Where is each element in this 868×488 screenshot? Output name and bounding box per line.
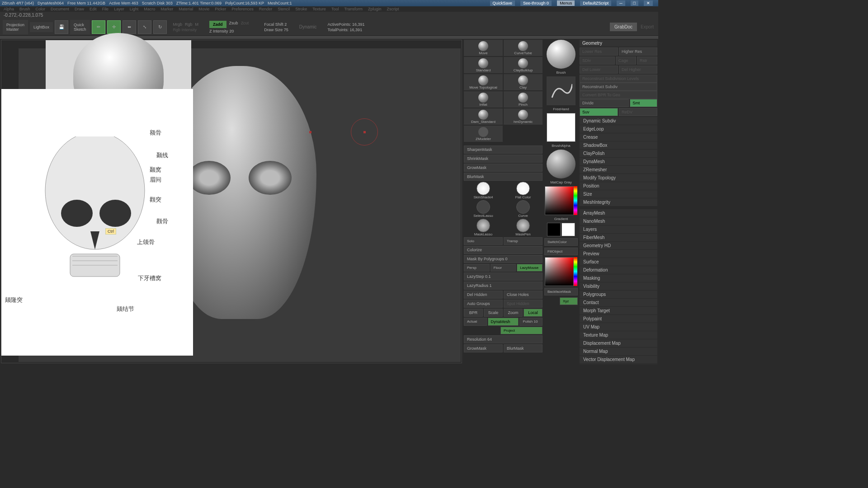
section-surface[interactable]: Surface — [580, 258, 657, 266]
smt-toggle[interactable]: Smt — [630, 99, 657, 107]
scale-mode-button[interactable]: ⤡ — [138, 20, 151, 34]
scale-button[interactable]: Scale — [484, 309, 503, 317]
project-toggle[interactable]: Project — [500, 327, 542, 334]
rotate-mode-button[interactable]: ↻ — [153, 20, 167, 34]
menu-render[interactable]: Render — [259, 7, 273, 11]
stroke-preview[interactable] — [547, 76, 576, 105]
hue-slider[interactable] — [574, 186, 577, 215]
brush-hmdynamic[interactable]: hmDynamic — [504, 108, 542, 125]
bpr-button[interactable]: BPR — [464, 309, 483, 317]
menu-marker[interactable]: Marker — [160, 7, 173, 11]
resolution-slider[interactable]: Resolution 64 — [464, 335, 542, 343]
window-max-icon[interactable]: □ — [631, 0, 638, 6]
maskpen-brush[interactable]: MaskPen — [504, 219, 542, 236]
section-mesh-integrity[interactable]: MeshIntegrity — [580, 198, 657, 206]
color-black[interactable] — [547, 223, 561, 236]
sdiv-slider[interactable]: SDiv — [580, 56, 615, 65]
menu-movie[interactable]: Movie — [198, 7, 209, 11]
hue-slider-2[interactable] — [574, 257, 577, 286]
color-picker-main[interactable] — [545, 186, 574, 215]
menu-tool[interactable]: Tool — [331, 7, 339, 11]
brush-curvetube[interactable]: CurveTube — [504, 40, 542, 56]
skinshade-material[interactable] — [476, 182, 490, 195]
solo-toggle[interactable]: Solo — [464, 237, 503, 245]
menus-button[interactable]: Menus — [557, 0, 575, 6]
brush-inflat[interactable]: Inflat — [464, 91, 503, 108]
section-masking[interactable]: Masking — [580, 274, 657, 282]
menu-draw[interactable]: Draw — [75, 7, 84, 11]
projection-master-button[interactable]: Projection Master — [3, 20, 28, 34]
draw-size-slider[interactable]: Draw Size 75 — [264, 28, 288, 32]
selectlasso-brush[interactable]: SelectLasso — [464, 200, 503, 218]
menu-macro[interactable]: Macro — [144, 7, 155, 11]
brush-clay[interactable]: Clay — [504, 74, 542, 90]
masklasso-brush[interactable]: MaskLasso — [464, 219, 503, 236]
quicksave-button[interactable]: QuickSave — [490, 0, 515, 6]
export-button[interactable]: Export — [639, 23, 656, 31]
rgb-intensity-slider[interactable]: Rgb Intensity — [173, 28, 199, 32]
section-polypaint[interactable]: Polypaint — [580, 315, 657, 323]
menu-preferences[interactable]: Preferences — [231, 7, 254, 11]
section-arraymesh[interactable]: ArrayMesh — [580, 209, 657, 217]
menu-color[interactable]: Color — [36, 7, 46, 11]
lazyradius-slider[interactable]: LazyRadius 1 — [464, 282, 542, 290]
fill-object-button[interactable]: FillObject — [544, 248, 578, 255]
brush-move-topo[interactable]: Move Topological — [464, 74, 503, 90]
zcut-toggle[interactable]: Zcut — [241, 21, 249, 28]
suv-toggle[interactable]: Suv — [580, 108, 618, 116]
backface-mask-button[interactable]: BackfaceMask — [544, 288, 578, 296]
current-brush-preview[interactable] — [547, 40, 576, 69]
default-zscript[interactable]: DefaultZScript — [580, 0, 611, 6]
brush-damstandard[interactable]: Dam_Standard — [464, 108, 503, 125]
higher-res-button[interactable]: Higher Res — [619, 47, 657, 56]
z-intensity-slider[interactable]: Z Intensity 20 — [209, 29, 249, 33]
menu-stroke[interactable]: Stroke — [295, 7, 307, 11]
switch-color-button[interactable]: SwitchColor — [544, 238, 578, 246]
section-vectordisp[interactable]: Vector Displacement Map — [580, 356, 657, 363]
section-preview[interactable]: Preview — [580, 250, 657, 258]
dynamesh-button[interactable]: DynaMesh — [488, 318, 519, 326]
recon-subdiv-levels[interactable]: Reconstruct Subdivision Levels — [580, 75, 657, 83]
menu-edit[interactable]: Edit — [90, 7, 97, 11]
menu-layer[interactable]: Layer — [114, 7, 124, 11]
curve-brush[interactable]: Curve — [504, 200, 542, 218]
section-modify-topology[interactable]: Modify Topology — [580, 174, 657, 182]
geometry-header[interactable]: Geometry — [580, 40, 657, 47]
brush-pinch[interactable]: Pinch — [504, 91, 542, 108]
section-nanomesh[interactable]: NanoMesh — [580, 217, 657, 225]
menu-brush[interactable]: Brush — [19, 7, 30, 11]
section-texturemap[interactable]: Texture Map — [580, 331, 657, 339]
brush-claybuildup[interactable]: ClayBuildup — [504, 57, 542, 73]
section-geometryhd[interactable]: Geometry HD — [580, 242, 657, 249]
section-layers[interactable]: Layers — [580, 225, 657, 233]
m-toggle[interactable]: M — [195, 22, 199, 27]
section-claypolish[interactable]: ClayPolish — [580, 150, 657, 157]
zadd-toggle[interactable]: Zadd — [209, 21, 226, 28]
section-normalmap[interactable]: Normal Map — [580, 347, 657, 355]
close-holes-button[interactable]: Close Holes — [504, 291, 542, 299]
transp-toggle[interactable]: Transp — [504, 237, 542, 245]
flatcolor-material[interactable] — [516, 182, 530, 195]
del-lower-button[interactable]: Del Lower — [580, 66, 618, 74]
mask-by-polygroups[interactable]: Mask By Polygroups 0 — [464, 255, 542, 263]
sharpen-mask-button[interactable]: SharpenMask — [464, 145, 542, 154]
window-close-icon[interactable]: ✕ — [644, 0, 653, 6]
section-displacementmap[interactable]: Displacement Map — [580, 339, 657, 347]
section-contact[interactable]: Contact — [580, 299, 657, 306]
divide-button[interactable]: Divide — [580, 99, 629, 107]
lower-res-button[interactable]: Lower Res — [580, 47, 618, 56]
section-dynamic-subdiv[interactable]: Dynamic Subdiv — [580, 117, 657, 125]
lightbox-button[interactable]: LightBox — [30, 22, 53, 32]
window-min-icon[interactable]: ─ — [617, 0, 625, 6]
section-size[interactable]: Size — [580, 190, 657, 198]
menu-stencil[interactable]: Stencil — [278, 7, 290, 11]
quicksketch-button[interactable]: Quick Sketch — [70, 20, 90, 34]
focal-shift-slider[interactable]: Focal Shift 2 — [264, 22, 288, 27]
canvas-viewport[interactable]: 额骨 颞线 颞窝 眉间 颧突 颧骨 上颌骨 下牙槽窝 颏隆突 颏结节 Ctrl — [1, 40, 462, 363]
mrgb-toggle[interactable]: Mrgb — [173, 22, 183, 27]
color-picker-secondary[interactable] — [545, 257, 574, 286]
floor-toggle[interactable]: Floor — [491, 264, 516, 272]
section-zremesher[interactable]: ZRemesher — [580, 166, 657, 174]
auto-groups-button[interactable]: Auto Groups — [464, 300, 503, 308]
section-deformation[interactable]: Deformation — [580, 266, 657, 274]
